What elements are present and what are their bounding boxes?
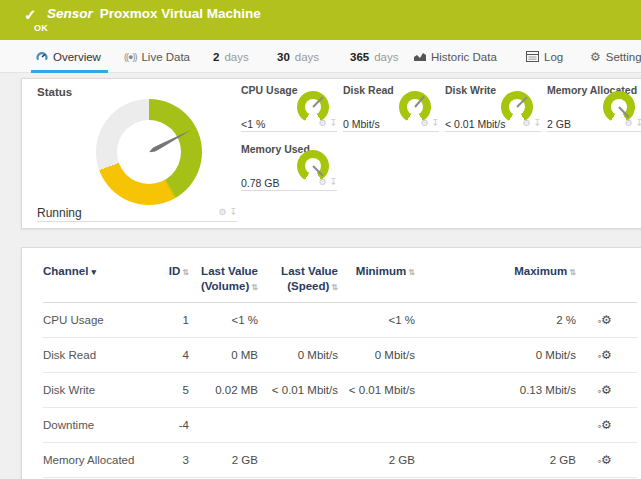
channel-gauge-tile: Memory Used 0.78 GB ⚙ ↧	[241, 143, 337, 191]
sensor-title: Proxmox Virtual Machine	[100, 6, 261, 21]
channel-gear-icon[interactable]: ⚙	[522, 119, 530, 128]
cell-minimum: < 0.01 Mbit/s	[338, 372, 415, 407]
gauge-footer: < 0.01 Mbit/s ⚙ ↧	[445, 116, 541, 132]
cell-last-value-volume: 2 GB	[189, 442, 258, 477]
cell-channel: CPU Usage	[43, 302, 161, 337]
tab-2-days-unit: days	[224, 51, 248, 63]
sensor-kind-label: Sensor	[47, 6, 93, 21]
tab-2-days[interactable]: 2 days	[213, 40, 249, 73]
column-header-id[interactable]: ID⇅	[161, 262, 189, 302]
tab-bar: Overview ((●)) Live Data 2 days 30 days …	[0, 40, 641, 73]
table-row: Disk Read 4 0 MB 0 Mbit/s 0 Mbit/s 0 Mbi…	[43, 337, 637, 372]
status-tile-footer: Running ⚙ ↧	[37, 204, 237, 222]
gauge-footer: 0 Mbit/s ⚙ ↧	[343, 116, 439, 132]
channel-pin-icon[interactable]: ↧	[329, 178, 337, 187]
cell-id: 1	[161, 302, 189, 337]
column-header-last-value-volume[interactable]: Last Value (Volume)⇅	[189, 262, 258, 302]
cell-minimum	[338, 407, 415, 442]
gauge-value: < 0.01 Mbit/s	[445, 118, 505, 130]
cell-id: -4	[161, 407, 189, 442]
sensor-header: ✓ SensorProxmox Virtual Machine OK	[0, 0, 641, 40]
tab-historic-data[interactable]: Historic Data	[414, 40, 497, 73]
cell-actions: ⚙	[576, 442, 637, 477]
cell-last-value-speed	[258, 442, 338, 477]
tab-30-days-number: 30	[277, 51, 290, 63]
tab-live-data[interactable]: ((●)) Live Data	[124, 40, 190, 73]
sort-desc-icon: ▾	[91, 267, 96, 277]
sort-icon: ⇅	[569, 268, 576, 277]
tab-log[interactable]: Log	[526, 40, 563, 73]
sort-icon: ⇅	[331, 283, 338, 292]
cell-id: 3	[161, 442, 189, 477]
tab-365-days-unit: days	[374, 51, 398, 63]
channel-gear-icon[interactable]: ⚙	[318, 119, 326, 128]
gear-icon: ⚙	[590, 51, 601, 63]
cell-maximum	[415, 407, 576, 442]
tab-30-days-unit: days	[295, 51, 319, 63]
cell-minimum: 2 GB	[338, 442, 415, 477]
channel-gear-icon[interactable]: ⚙	[420, 119, 428, 128]
column-header-maximum[interactable]: Maximum⇅	[415, 262, 576, 302]
sort-icon: ⇅	[182, 268, 189, 277]
sensor-status-text: OK	[34, 23, 48, 33]
column-header-minimum[interactable]: Minimum⇅	[338, 262, 415, 302]
cell-actions: ⚙	[576, 302, 637, 337]
channel-pin-icon[interactable]: ↧	[229, 208, 237, 217]
channel-pin-icon[interactable]: ↧	[635, 119, 641, 128]
cell-actions: ⚙	[576, 407, 637, 442]
sort-icon: ⇅	[408, 268, 415, 277]
status-value: Running	[37, 206, 82, 220]
channel-settings-gear-icon[interactable]: ⚙	[601, 348, 612, 362]
cell-last-value-volume	[189, 407, 258, 442]
tab-30-days[interactable]: 30 days	[277, 40, 319, 73]
cell-last-value-volume: 0 MB	[189, 337, 258, 372]
cell-channel: Memory Allocated	[43, 442, 161, 477]
cell-actions: ⚙	[576, 337, 637, 372]
channel-pin-icon[interactable]: ↧	[329, 119, 337, 128]
overview-gauges-panel: Status Running ⚙ ↧ CPU Usage <1 % ⚙	[21, 78, 641, 229]
tab-overview-label: Overview	[53, 51, 101, 63]
tab-365-days[interactable]: 365 days	[350, 40, 398, 73]
gauge-value: 0 Mbit/s	[343, 118, 380, 130]
channel-settings-gear-icon[interactable]: ⚙	[601, 383, 612, 397]
channel-pin-icon[interactable]: ↧	[431, 119, 439, 128]
channel-gauge-tile: Disk Write < 0.01 Mbit/s ⚙ ↧	[445, 84, 541, 132]
cell-last-value-speed	[258, 302, 338, 337]
cell-minimum: 0 Mbit/s	[338, 337, 415, 372]
ok-check-icon: ✓	[24, 6, 37, 24]
channel-settings-gear-icon[interactable]: ⚙	[601, 418, 612, 432]
tab-live-data-label: Live Data	[141, 51, 190, 63]
gauge-value: 2 GB	[547, 118, 571, 130]
tab-365-days-number: 365	[350, 51, 369, 63]
gauge-value: 0.78 GB	[241, 177, 280, 189]
cell-maximum: 2 GB	[415, 442, 576, 477]
gauge-footer: 2 GB ⚙ ↧	[547, 116, 641, 132]
channel-table-panel: Channel▾ ID⇅ Last Value (Volume)⇅ Last V…	[21, 247, 641, 479]
channel-gauge-tile: Memory Allocated 2 GB ⚙ ↧	[547, 84, 641, 132]
cell-id: 5	[161, 372, 189, 407]
status-gauge	[96, 99, 202, 205]
channel-settings-gear-icon[interactable]: ⚙	[601, 453, 612, 467]
channel-gear-icon[interactable]: ⚙	[218, 208, 226, 217]
gauge-icon	[36, 51, 48, 63]
channel-pin-icon[interactable]: ↧	[533, 119, 541, 128]
cell-maximum: 2 %	[415, 302, 576, 337]
channel-settings-gear-icon[interactable]: ⚙	[601, 313, 612, 327]
cell-maximum: 0 Mbit/s	[415, 337, 576, 372]
column-header-last-value-speed[interactable]: Last Value (Speed)⇅	[258, 262, 338, 302]
table-row: Downtime -4 ⚙	[43, 407, 637, 442]
tab-2-days-number: 2	[213, 51, 219, 63]
column-header-channel[interactable]: Channel▾	[43, 262, 161, 302]
gauge-footer: 0.78 GB ⚙ ↧	[241, 175, 337, 191]
gauge-value: <1 %	[241, 118, 265, 130]
sensor-title-line: SensorProxmox Virtual Machine	[47, 6, 261, 21]
channel-gear-icon[interactable]: ⚙	[318, 178, 326, 187]
tab-settings[interactable]: ⚙ Settings	[590, 40, 641, 73]
cell-last-value-speed	[258, 407, 338, 442]
table-row: Memory Allocated 3 2 GB 2 GB 2 GB ⚙	[43, 442, 637, 477]
channel-gear-icon[interactable]: ⚙	[624, 119, 632, 128]
sort-icon: ⇅	[251, 283, 258, 292]
bar-chart-icon	[414, 51, 426, 62]
tab-overview[interactable]: Overview	[36, 40, 101, 73]
gauge-footer: <1 % ⚙ ↧	[241, 116, 337, 132]
